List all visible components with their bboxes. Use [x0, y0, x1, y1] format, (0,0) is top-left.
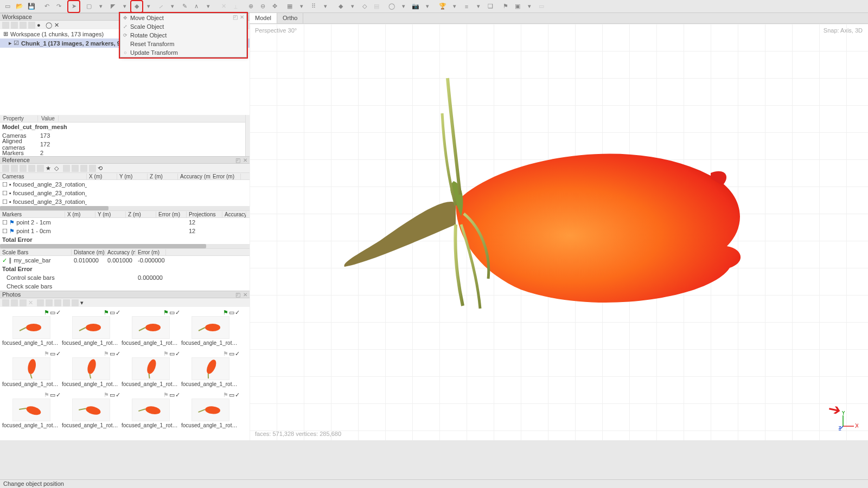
dropdown-icon[interactable]: ▾ — [320, 1, 331, 12]
move-region-icon[interactable]: ◆ — [131, 1, 142, 12]
cameras-table[interactable]: ☐ ▪ focused_angle_23_rotation_10 ☐ ▪ foc… — [0, 180, 250, 206]
tab-model[interactable]: Model — [250, 13, 277, 23]
check-icon: ✓ — [56, 309, 61, 316]
scrollbar[interactable] — [0, 244, 250, 248]
photo-thumb[interactable]: ⚑▭✓ focused_angle_1_rotation_9 — [2, 391, 61, 432]
capture-icon[interactable]: 📷 — [410, 1, 421, 12]
dock-icon[interactable]: ◰ — [234, 291, 241, 298]
grid-icon[interactable]: ▦ — [284, 1, 295, 12]
navigate-icon[interactable]: ➤ — [68, 1, 79, 12]
dropdown-icon[interactable]: ▾ — [473, 1, 484, 12]
svg-line-11 — [88, 374, 93, 378]
markers-table[interactable]: ☐ ⚑ point 2 - 1cm12 ☐ ⚑ point 1 - 0cm12 … — [0, 218, 250, 244]
svg-line-21 — [138, 408, 145, 412]
photo-thumb[interactable]: ⚑▭✓ focused_angle_1_rotation_11 — [122, 391, 180, 432]
tb-icon[interactable]: ◯ — [46, 22, 53, 29]
tb-icon[interactable]: ✕ — [54, 22, 61, 29]
tb-icon[interactable] — [28, 22, 35, 29]
photo-thumb[interactable]: ⚑▭✓ focused_angle_1_rotation_6 — [62, 350, 120, 390]
dropdown-icon[interactable]: ▾ — [95, 1, 106, 12]
free-select-icon[interactable]: ◤ — [107, 1, 118, 12]
photo-thumb[interactable]: ⚑▭✓ focused_angle_1_rotation_5 — [2, 350, 61, 390]
tb-icon[interactable] — [20, 22, 27, 29]
svg-line-19 — [79, 407, 86, 412]
crop-icon[interactable]: ⟂ — [230, 1, 241, 12]
flag-icon[interactable]: ⚑ — [500, 1, 511, 12]
viewport[interactable]: Perspective 30° Snap: Axis, 3D faces: 57… — [250, 24, 868, 440]
menu-rotate-object[interactable]: ⟳Rotate Object — [120, 31, 246, 40]
photo-thumb[interactable]: ⚑▭✓ focused_angle_1_rotation_1 — [2, 309, 61, 349]
new-icon[interactable]: ▭ — [2, 1, 13, 12]
rect-select-icon[interactable]: ▢ — [84, 1, 94, 12]
show-region-icon[interactable]: ▣ — [512, 1, 523, 12]
points-icon[interactable]: ⠿ — [308, 1, 319, 12]
svg-point-18 — [85, 405, 102, 416]
zoom-in-icon[interactable]: ⊕ — [245, 1, 256, 12]
tab-ortho[interactable]: Ortho — [277, 13, 304, 23]
scrollbar[interactable] — [245, 115, 250, 156]
delete-icon[interactable]: ✕ — [218, 1, 229, 12]
dropdown-icon[interactable]: ▾ — [398, 1, 409, 12]
dropdown-icon[interactable]: ▾ — [422, 1, 433, 12]
scrollbar[interactable] — [0, 206, 250, 210]
draw-icon[interactable]: ✎ — [179, 1, 190, 12]
dropdown-icon[interactable]: ▾ — [296, 1, 307, 12]
photo-thumb[interactable]: ⚑▭✓ focused_angle_1_rotation_2 — [62, 309, 120, 349]
tb-icon[interactable]: ● — [37, 22, 44, 29]
aligned-icon: ▭ — [50, 391, 55, 399]
move-icon: ✥ — [122, 15, 129, 21]
polyline-icon[interactable]: ∧ — [191, 1, 202, 12]
dropdown-icon[interactable]: ▾ — [203, 1, 214, 12]
svg-point-8 — [27, 359, 37, 375]
menu-move-object[interactable]: ✥Move Object — [120, 14, 246, 22]
close-icon[interactable]: ✕ — [242, 157, 248, 163]
menu-reset-transform[interactable]: Reset Transform — [120, 40, 246, 48]
close-icon[interactable]: ✕ — [242, 291, 248, 298]
photo-thumb[interactable]: ⚑▭✓ focused_angle_1_rotation_8 — [181, 350, 240, 390]
dem-icon[interactable]: ▤ — [371, 1, 382, 12]
model-icon[interactable]: ◆ — [335, 1, 346, 12]
rotate-icon: ⟳ — [122, 33, 129, 38]
svg-line-7 — [199, 328, 205, 331]
dropdown-icon[interactable]: ▾ — [143, 1, 154, 12]
main-toolbar: ▭ 📂 💾 ↶ ↷ ➤ ▢ ▾ ◤ ▾ ◆ ▾ ⟋ ▾ ✎ ∧ ▾ ✕ ⟂ ⊕ … — [0, 0, 868, 13]
dropdown-icon[interactable]: ▾ — [347, 1, 358, 12]
show-bbox-icon[interactable]: ▭ — [536, 1, 547, 12]
dock-icon[interactable]: ◰ — [234, 157, 241, 163]
redo-icon[interactable]: ↷ — [53, 1, 64, 12]
show-shapes-icon[interactable]: ❑ — [485, 1, 496, 12]
photo-thumb[interactable]: ⚑▭✓ focused_angle_1_rotation_10 — [62, 391, 120, 432]
svg-line-1 — [20, 328, 26, 331]
flag-icon: ⚑ — [163, 350, 169, 357]
photo-thumb[interactable]: ⚑▭✓ focused_angle_1_rotation_3 — [122, 309, 180, 349]
cameras-show-icon[interactable]: ◯ — [386, 1, 397, 12]
zoom-out-icon[interactable]: ⊖ — [257, 1, 268, 12]
dropdown-icon[interactable]: ▾ — [449, 1, 460, 12]
photo-name: focused_angle_1_rotation_9 — [2, 422, 61, 428]
open-icon[interactable]: 📂 — [14, 1, 25, 12]
check-icon: ✓ — [175, 391, 180, 399]
ruler-icon[interactable]: ⟋ — [155, 1, 166, 12]
dropdown-icon[interactable]: ▾ — [524, 1, 535, 12]
scalebars-table[interactable]: ✓ ∥ my_scale_bar0.0100000.001000-0.00000… — [0, 256, 250, 291]
svg-line-9 — [29, 374, 34, 378]
save-icon[interactable]: 💾 — [26, 1, 37, 12]
photo-thumb[interactable]: ⚑▭✓ focused_angle_1_rotation_12 — [181, 391, 240, 432]
photo-thumb[interactable]: ⚑▭✓ focused_angle_1_rotation_4 — [181, 309, 240, 349]
photos-grid[interactable]: ⚑▭✓ focused_angle_1_rotation_1 ⚑▭✓ focus… — [0, 307, 250, 440]
dropdown-icon[interactable]: ▾ — [167, 1, 178, 12]
check-icon: ✓ — [175, 350, 180, 357]
show-aligned-icon[interactable]: 🏆 — [437, 1, 448, 12]
texture-icon[interactable]: ◇ — [359, 1, 370, 12]
dropdown-icon[interactable]: ▾ — [119, 1, 130, 12]
aligned-icon: ▭ — [169, 391, 175, 399]
tb-icon[interactable] — [2, 22, 9, 29]
photo-thumb[interactable]: ⚑▭✓ focused_angle_1_rotation_7 — [122, 350, 180, 390]
menu-update-transform[interactable]: ○Update Transform — [120, 48, 246, 57]
aligned-icon: ▭ — [50, 309, 55, 316]
photo-name: focused_angle_1_rotation_5 — [2, 381, 61, 387]
undo-icon[interactable]: ↶ — [41, 1, 52, 12]
show-items-icon[interactable]: ≡ — [461, 1, 472, 12]
tb-icon[interactable] — [11, 22, 18, 29]
reset-view-icon[interactable]: ✥ — [269, 1, 280, 12]
